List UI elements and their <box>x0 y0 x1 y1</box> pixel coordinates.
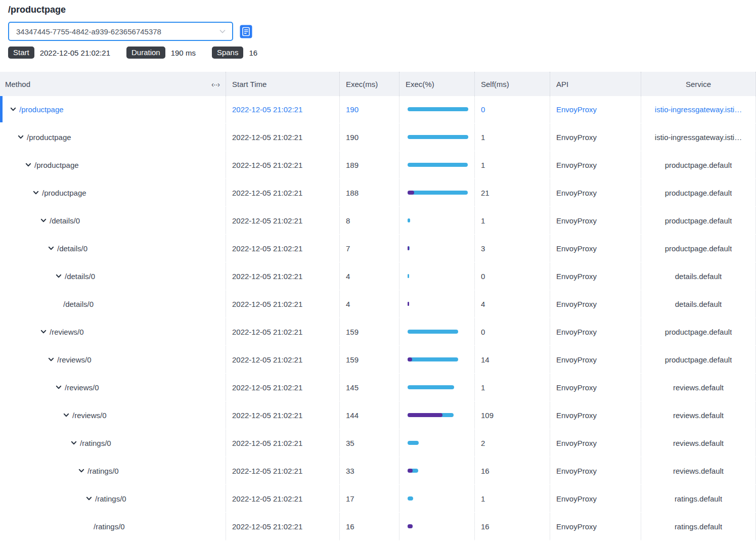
span-api: EnvoyProxy <box>550 485 641 513</box>
span-service: productpage.default <box>665 244 732 253</box>
span-self-ms: 0 <box>474 263 550 291</box>
span-service-cell: productpage.default <box>641 207 756 235</box>
exec-percent-bar <box>408 163 468 167</box>
copy-trace-button[interactable] <box>240 24 252 39</box>
span-service: details.default <box>675 300 722 308</box>
table-row[interactable]: /ratings/0 2022-12-05 21:02:21 17 1 Envo… <box>0 485 756 513</box>
span-self-ms: 1 <box>474 207 550 235</box>
span-method: /productpage <box>27 133 71 142</box>
chevron-down-icon[interactable] <box>40 217 47 223</box>
span-method: /details/0 <box>65 272 95 281</box>
span-method: /productpage <box>34 161 79 169</box>
span-method-cell: /reviews/0 <box>0 402 226 430</box>
span-exec-pct-cell <box>399 402 474 430</box>
trace-header: /productpage 34347445-7755-4842-a939-623… <box>0 0 756 59</box>
span-start-time: 2022-12-05 21:02:21 <box>226 458 339 485</box>
span-method-cell: /details/0 <box>0 235 226 263</box>
exec-percent-bar <box>408 302 409 306</box>
table-row[interactable]: /reviews/0 2022-12-05 21:02:21 159 0 Env… <box>0 318 756 346</box>
chevron-down-icon[interactable] <box>56 273 62 279</box>
table-row[interactable]: /ratings/0 2022-12-05 21:02:21 16 16 Env… <box>0 513 756 541</box>
span-method: /ratings/0 <box>95 494 126 503</box>
span-self-ms: 1 <box>474 485 550 513</box>
table-row[interactable]: /ratings/0 2022-12-05 21:02:21 35 2 Envo… <box>0 430 756 458</box>
span-exec-pct-cell <box>399 235 474 263</box>
span-service: productpage.default <box>665 216 732 225</box>
exec-percent-bar <box>408 107 468 111</box>
table-row[interactable]: /productpage 2022-12-05 21:02:21 190 1 E… <box>0 124 756 152</box>
start-value: 2022-12-05 21:02:21 <box>40 49 110 57</box>
chevron-down-icon[interactable] <box>48 245 54 251</box>
span-method-cell: /ratings/0 <box>0 458 226 485</box>
span-exec-pct-cell <box>399 96 474 124</box>
chevron-down-icon[interactable] <box>63 412 69 418</box>
span-exec-ms: 33 <box>339 458 399 485</box>
span-self-ms: 21 <box>474 179 550 207</box>
span-method-cell: /details/0 <box>0 263 226 291</box>
chevron-down-icon[interactable] <box>25 162 31 168</box>
chevron-down-icon[interactable] <box>86 495 92 502</box>
table-row[interactable]: /details/0 2022-12-05 21:02:21 4 4 Envoy… <box>0 291 756 318</box>
span-self-ms: 0 <box>474 318 550 346</box>
span-exec-pct-cell <box>399 207 474 235</box>
exec-percent-bar <box>408 191 468 195</box>
span-method-cell: /reviews/0 <box>0 374 226 402</box>
span-service: productpage.default <box>665 355 732 364</box>
column-header-api: API <box>550 72 641 96</box>
table-row[interactable]: /details/0 2022-12-05 21:02:21 4 0 Envoy… <box>0 263 756 291</box>
chevron-down-icon[interactable] <box>33 190 39 196</box>
span-exec-ms: 159 <box>339 346 399 374</box>
table-row[interactable]: /productpage 2022-12-05 21:02:21 190 0 E… <box>0 96 756 124</box>
span-api: EnvoyProxy <box>550 263 641 291</box>
table-row[interactable]: /details/0 2022-12-05 21:02:21 7 3 Envoy… <box>0 235 756 263</box>
span-service: reviews.default <box>673 383 724 392</box>
span-api: EnvoyProxy <box>550 235 641 263</box>
chevron-down-icon[interactable] <box>40 329 47 335</box>
span-self-ms: 16 <box>474 458 550 485</box>
column-header-exec-pct: Exec(%) <box>399 72 474 96</box>
span-self-ms: 4 <box>474 291 550 318</box>
span-service-cell: ratings.default <box>641 485 756 513</box>
exec-percent-bar <box>408 218 410 222</box>
span-start-time: 2022-12-05 21:02:21 <box>226 124 339 152</box>
chevron-down-icon[interactable] <box>78 468 84 474</box>
span-api: EnvoyProxy <box>550 124 641 152</box>
column-resize-icon[interactable]: ‹··› <box>211 80 219 88</box>
start-badge: Start <box>8 47 34 59</box>
table-row[interactable]: /reviews/0 2022-12-05 21:02:21 144 109 E… <box>0 402 756 430</box>
span-method: /reviews/0 <box>57 355 92 364</box>
span-method: /ratings/0 <box>94 522 125 531</box>
chevron-down-icon[interactable] <box>56 384 62 390</box>
chevron-down-icon[interactable] <box>10 106 16 112</box>
span-method: /details/0 <box>63 300 94 308</box>
duration-value: 190 ms <box>171 49 196 57</box>
span-exec-pct-cell <box>399 346 474 374</box>
table-row[interactable]: /ratings/0 2022-12-05 21:02:21 33 16 Env… <box>0 458 756 485</box>
span-self-ms: 14 <box>474 346 550 374</box>
span-api: EnvoyProxy <box>550 318 641 346</box>
table-header-row: Method ‹··› Start Time Exec(ms) Exec(%) … <box>0 72 756 96</box>
duration-badge: Duration <box>126 47 165 59</box>
span-exec-ms: 145 <box>339 374 399 402</box>
span-exec-ms: 159 <box>339 318 399 346</box>
trace-id-select[interactable]: 34347445-7755-4842-a939-623656745378 <box>8 22 233 41</box>
span-service: productpage.default <box>665 161 732 169</box>
table-row[interactable]: /productpage 2022-12-05 21:02:21 188 21 … <box>0 179 756 207</box>
table-row[interactable]: /details/0 2022-12-05 21:02:21 8 1 Envoy… <box>0 207 756 235</box>
chevron-down-icon[interactable] <box>48 356 54 362</box>
table-row[interactable]: /reviews/0 2022-12-05 21:02:21 145 1 Env… <box>0 374 756 402</box>
span-exec-pct-cell <box>399 430 474 458</box>
table-row[interactable]: /productpage 2022-12-05 21:02:21 189 1 E… <box>0 152 756 179</box>
chevron-down-icon[interactable] <box>71 440 77 446</box>
column-header-service: Service <box>641 72 756 96</box>
span-service-cell: ratings.default <box>641 513 756 541</box>
column-header-self-ms: Self(ms) <box>474 72 550 96</box>
span-start-time: 2022-12-05 21:02:21 <box>226 179 339 207</box>
span-start-time: 2022-12-05 21:02:21 <box>226 402 339 430</box>
span-method: /details/0 <box>57 244 87 253</box>
span-api: EnvoyProxy <box>550 374 641 402</box>
chevron-down-icon[interactable] <box>18 134 24 140</box>
span-start-time: 2022-12-05 21:02:21 <box>226 291 339 318</box>
exec-percent-bar <box>408 496 413 500</box>
table-row[interactable]: /reviews/0 2022-12-05 21:02:21 159 14 En… <box>0 346 756 374</box>
